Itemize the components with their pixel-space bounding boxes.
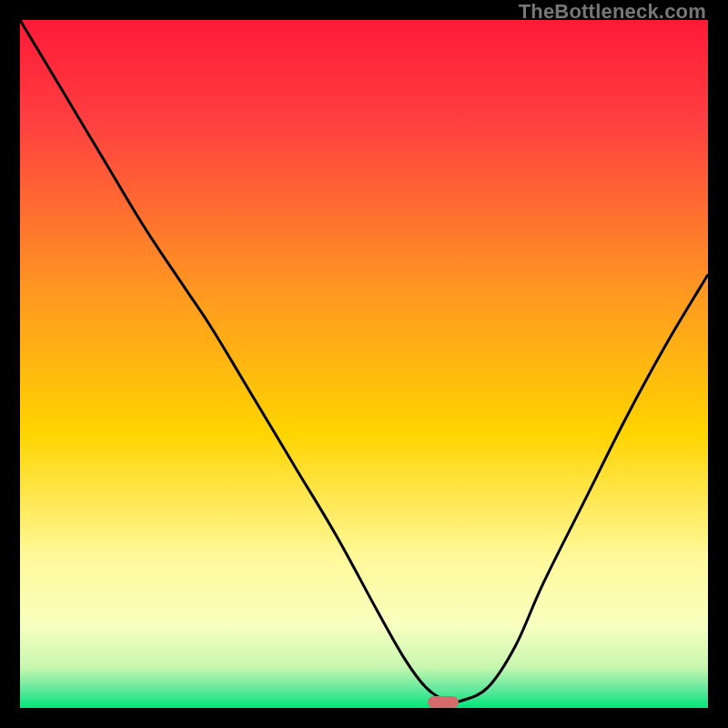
gradient-background: [20, 20, 708, 708]
chart-frame: TheBottleneck.com: [0, 0, 728, 728]
chart-svg: [20, 20, 708, 708]
plot-area: [20, 20, 708, 708]
optimal-range-marker: [428, 696, 459, 708]
